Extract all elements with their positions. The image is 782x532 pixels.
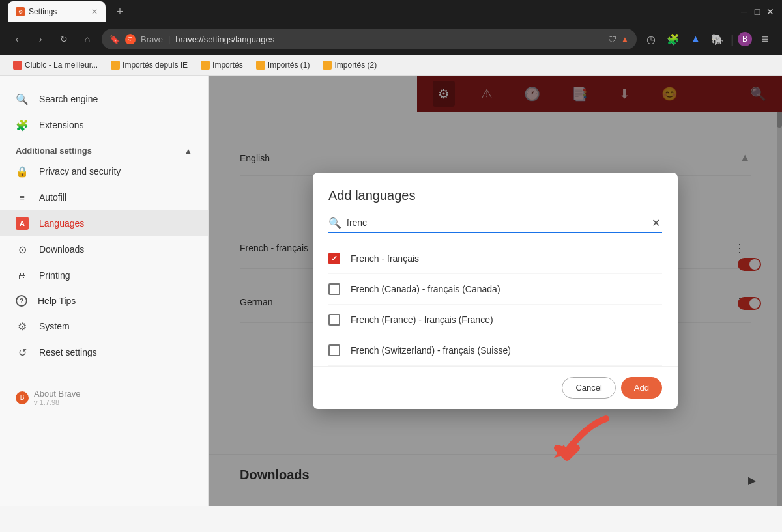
- search-engine-icon: 🔍: [16, 92, 29, 105]
- sidebar-autofill-label: Autofill: [39, 192, 66, 203]
- checkbox-french[interactable]: [328, 253, 340, 264]
- printing-icon: 🖨: [16, 269, 29, 282]
- active-tab[interactable]: ⚙ Settings ✕: [8, 1, 106, 22]
- brave-logo-icon: B: [16, 391, 29, 404]
- brave-icon[interactable]: B: [738, 32, 752, 46]
- dialog-item-french-switzerland[interactable]: French (Switzerland) - français (Suisse): [328, 335, 662, 366]
- bookmarks-bar: Clubic - La meilleur... Importés depuis …: [0, 55, 782, 76]
- settings-page: 🔍 Search engine 🧩 Extensions Additional …: [0, 76, 782, 506]
- sidebar-item-printing[interactable]: 🖨 Printing: [0, 262, 208, 288]
- title-bar: ⚙ Settings ✕ + ─ □ ✕: [0, 0, 782, 23]
- browser-toolbar: ‹ › ↻ ⌂ 🔖 🛡 Brave | brave://settings/lan…: [0, 23, 782, 55]
- brave-triangle-icon: ▲: [620, 35, 629, 44]
- close-button[interactable]: ✕: [766, 8, 774, 16]
- sidebar-item-system[interactable]: ⚙ System: [0, 313, 208, 339]
- dialog-language-list: French - français French (Canada) - fran…: [313, 244, 678, 366]
- sidebar: 🔍 Search engine 🧩 Extensions Additional …: [0, 76, 209, 506]
- additional-settings-chevron: ▲: [184, 147, 192, 156]
- privacy-icon: 🔒: [16, 165, 29, 178]
- forward-button[interactable]: ›: [31, 30, 50, 48]
- sidebar-item-privacy[interactable]: 🔒 Privacy and security: [0, 158, 208, 184]
- sidebar-languages-label: Languages: [39, 218, 84, 229]
- dialog-clear-button[interactable]: ✕: [649, 216, 662, 229]
- checkbox-french-canada[interactable]: [328, 283, 340, 295]
- menu-button[interactable]: ≡: [756, 30, 774, 48]
- sidebar-extensions-label: Extensions: [39, 120, 83, 130]
- sidebar-item-help-tips[interactable]: ? Help Tips: [0, 288, 208, 313]
- maximize-button[interactable]: □: [753, 8, 761, 16]
- dialog-search-icon: 🔍: [328, 217, 341, 229]
- bookmark-imports1[interactable]: Importés: [195, 59, 248, 71]
- shield-right-icon: 🛡: [608, 35, 616, 44]
- drive-icon[interactable]: ▲: [686, 30, 704, 48]
- sidebar-item-autofill[interactable]: ≡ Autofill: [0, 184, 208, 210]
- dialog-item-french-canada[interactable]: French (Canada) - français (Canada): [328, 274, 662, 305]
- sidebar-item-extensions[interactable]: 🧩 Extensions: [0, 112, 208, 138]
- about-brave-label: About Brave: [34, 389, 81, 399]
- bookmark-imports2[interactable]: Importés (1): [251, 59, 315, 71]
- minimize-button[interactable]: ─: [740, 8, 748, 16]
- about-brave-version: v 1.7.98: [34, 399, 81, 406]
- tab-favicon: ⚙: [16, 7, 25, 16]
- system-icon: ⚙: [16, 320, 29, 333]
- checkbox-french-switzerland[interactable]: [328, 344, 340, 356]
- brave-shield-icon: 🛡: [125, 34, 136, 44]
- dialog-actions: Cancel Add: [313, 366, 678, 409]
- bookmark-clubic[interactable]: Clubic - La meilleur...: [8, 59, 103, 71]
- sidebar-item-reset[interactable]: ↺ Reset settings: [0, 339, 208, 365]
- extensions-icon[interactable]: 🧩: [664, 30, 682, 48]
- sidebar-search-engine-label: Search engine: [39, 94, 98, 104]
- autofill-icon: ≡: [16, 191, 29, 204]
- toolbar-icons: ◷ 🧩 ▲ 🐘 | B ≡: [642, 30, 774, 48]
- arrow-annotation: [547, 412, 613, 473]
- sidebar-reset-label: Reset settings: [39, 347, 97, 357]
- sidebar-system-label: System: [39, 321, 70, 331]
- extensions-sidebar-icon: 🧩: [16, 119, 29, 132]
- sidebar-help-tips-label: Help Tips: [38, 296, 76, 306]
- add-languages-dialog: Add languages 🔍 ✕ French - français Fren…: [313, 173, 678, 409]
- dialog-search-input[interactable]: [347, 217, 644, 228]
- window-controls: ─ □ ✕: [740, 8, 774, 16]
- address-url: brave://settings/languages: [175, 35, 274, 44]
- dialog-overlay: Add languages 🔍 ✕ French - français Fren…: [209, 76, 782, 506]
- checkbox-french-france[interactable]: [328, 314, 340, 326]
- sidebar-privacy-label: Privacy and security: [39, 166, 121, 176]
- bookmark-ie[interactable]: Importés depuis IE: [106, 59, 193, 71]
- sidebar-item-languages[interactable]: A Languages: [0, 210, 208, 236]
- dialog-item-french-canada-label: French (Canada) - français (Canada): [351, 284, 500, 294]
- about-brave-section: B About Brave v 1.7.98: [0, 376, 208, 412]
- about-brave-item[interactable]: B About Brave v 1.7.98: [16, 389, 192, 406]
- sidebar-item-search-engine[interactable]: 🔍 Search engine: [0, 86, 208, 112]
- bookmark-imports3[interactable]: Importés (2): [317, 59, 382, 71]
- sidebar-item-downloads[interactable]: ⊙ Downloads: [0, 236, 208, 262]
- home-button[interactable]: ⌂: [78, 30, 96, 48]
- address-bar[interactable]: 🔖 🛡 Brave | brave://settings/languages 🛡…: [102, 29, 637, 49]
- tab-label: Settings: [29, 7, 57, 16]
- sidebar-downloads-label: Downloads: [39, 244, 84, 255]
- address-brand: Brave: [141, 35, 163, 44]
- bookmark-imports3-label: Importés (2): [334, 61, 377, 70]
- bookmark-favicon-imports1: [201, 61, 210, 70]
- reload-button[interactable]: ↻: [55, 30, 73, 48]
- bookmark-favicon-clubic: [13, 61, 22, 70]
- profile-icon[interactable]: ◷: [642, 30, 660, 48]
- separator: |: [731, 33, 734, 46]
- main-content: ⚙ ⚠ 🕐 📑 ⬇ 😊 🔍 English ▲ French - françai…: [209, 76, 782, 506]
- cancel-button[interactable]: Cancel: [562, 377, 615, 399]
- tab-close-button[interactable]: ✕: [91, 7, 98, 16]
- bookmark-icon: 🔖: [109, 35, 120, 44]
- dialog-item-french-france-label: French (France) - français (France): [351, 315, 493, 325]
- new-tab-button[interactable]: +: [111, 3, 129, 21]
- svg-marker-0: [554, 445, 570, 458]
- reset-icon: ↺: [16, 346, 29, 359]
- dialog-item-french-france[interactable]: French (France) - français (France): [328, 305, 662, 335]
- red-arrow-svg: [547, 412, 613, 471]
- back-button[interactable]: ‹: [8, 30, 26, 48]
- dialog-item-french-label: French - français: [351, 253, 419, 264]
- additional-settings-header[interactable]: Additional settings ▲: [0, 138, 208, 158]
- bookmark-imports1-label: Importés: [212, 61, 243, 70]
- dialog-search-container: 🔍 ✕: [328, 214, 662, 233]
- evernote-icon[interactable]: 🐘: [708, 30, 727, 48]
- dialog-item-french[interactable]: French - français: [328, 244, 662, 274]
- add-button[interactable]: Add: [621, 377, 662, 399]
